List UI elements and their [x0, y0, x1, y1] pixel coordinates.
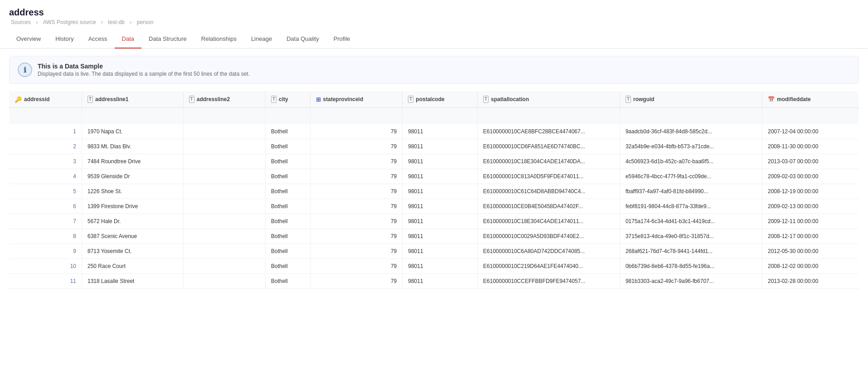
col-header-modifieddate: 📅 modifieddate — [762, 91, 859, 108]
col-header-addressline2: T addressline2 — [183, 91, 265, 108]
table-cell[interactable]: 7 — [9, 214, 82, 229]
breadcrumb-sources[interactable]: Sources — [11, 19, 31, 25]
table-body: 11970 Napa Ct.Bothell7998011E6100000010C… — [9, 124, 859, 289]
calendar-icon: 📅 — [768, 96, 775, 102]
tab-overview[interactable]: Overview — [9, 30, 48, 49]
table-cell[interactable]: 11 — [9, 273, 82, 288]
col-label-addressline2: addressline2 — [197, 96, 230, 102]
table-cell: 981b3303-aca2-49c7-9a96-fb6707... — [620, 273, 762, 288]
text-type-icon-3: T — [271, 96, 276, 103]
table-cell[interactable]: 10 — [9, 258, 82, 273]
table-row: 111318 Lasalle StreetBothell7998011E6100… — [9, 273, 859, 288]
col-header-spatiallocation: T spatiallocation — [477, 91, 620, 108]
table-cell: Bothell — [265, 154, 310, 169]
table-cell: Bothell — [265, 199, 310, 214]
table-cell: 2013-02-28 00:00:00 — [762, 273, 859, 288]
table-cell[interactable]: 9 — [9, 244, 82, 258]
table-cell — [183, 124, 265, 139]
table-row: 86387 Scenic AvenueBothell7998011E610000… — [9, 229, 859, 244]
filter-row — [9, 108, 859, 124]
tab-relationships[interactable]: Relationships — [194, 30, 244, 49]
table-cell: 79 — [310, 184, 402, 199]
tab-access[interactable]: Access — [81, 30, 115, 49]
table-cell — [183, 154, 265, 169]
table-cell: E6100000010C18E304C4ADE14740DA... — [477, 154, 620, 169]
table-cell: 2013-03-07 00:00:00 — [762, 154, 859, 169]
table-cell: Bothell — [265, 258, 310, 273]
tab-data-quality[interactable]: Data Quality — [279, 30, 326, 49]
tab-data[interactable]: Data — [115, 30, 141, 49]
table-cell: 250 Race Court — [82, 258, 183, 273]
table-cell: E6100000010C61C64D8ABBD94740C4... — [477, 184, 620, 199]
table-cell: 98011 — [402, 258, 478, 273]
table-cell: Bothell — [265, 273, 310, 288]
breadcrumb-person[interactable]: person — [137, 19, 154, 25]
table-cell: 98011 — [402, 229, 478, 244]
col-label-modifieddate: modifieddate — [777, 96, 811, 102]
table-cell — [183, 169, 265, 184]
table-cell[interactable]: 3 — [9, 154, 82, 169]
table-cell: 2009-02-13 00:00:00 — [762, 199, 859, 214]
table-cell: E6100000010CE0B4E50458DA47402F... — [477, 199, 620, 214]
table-cell: 2007-12-04 00:00:00 — [762, 124, 859, 139]
table-cell — [183, 139, 265, 154]
table-cell[interactable]: 1 — [9, 124, 82, 139]
table-cell: 2012-05-30 00:00:00 — [762, 244, 859, 258]
col-header-addressid: 🔑 addressid — [9, 91, 82, 108]
info-banner: ℹ This is a Data Sample Displayed data i… — [9, 56, 859, 84]
table-cell — [183, 214, 265, 229]
col-label-city: city — [279, 96, 288, 102]
table-cell — [183, 229, 265, 244]
table-cell: 2009-12-11 00:00:00 — [762, 214, 859, 229]
table-cell: 98011 — [402, 169, 478, 184]
breadcrumb-testdb[interactable]: test-db — [108, 19, 125, 25]
table-cell: 98011 — [402, 154, 478, 169]
table-cell — [183, 199, 265, 214]
tab-data-structure[interactable]: Data Structure — [141, 30, 194, 49]
table-cell: 79 — [310, 199, 402, 214]
col-label-addressid: addressid — [24, 96, 50, 102]
table-cell: 79 — [310, 244, 402, 258]
info-icon: ℹ — [18, 63, 32, 77]
tab-lineage[interactable]: Lineage — [244, 30, 279, 49]
table-header-row: 🔑 addressid T addressline1 T addressline… — [9, 91, 859, 108]
table-cell: 9539 Glenside Dr — [82, 169, 183, 184]
table-row: 10250 Race CourtBothell7998011E610000001… — [9, 258, 859, 273]
table-cell[interactable]: 5 — [9, 184, 82, 199]
banner-title: This is a Data Sample — [38, 63, 250, 70]
table-cell[interactable]: 4 — [9, 169, 82, 184]
table-cell: 79 — [310, 169, 402, 184]
tab-profile[interactable]: Profile — [326, 30, 358, 49]
table-row: 37484 Roundtree DriveBothell7998011E6100… — [9, 154, 859, 169]
table-cell[interactable]: 8 — [9, 229, 82, 244]
table-cell: 79 — [310, 154, 402, 169]
table-cell[interactable]: 6 — [9, 199, 82, 214]
table-row: 29833 Mt. Dias Blv.Bothell7998011E610000… — [9, 139, 859, 154]
col-label-postalcode: postalcode — [416, 96, 444, 102]
table-cell: 32a54b9e-e034-4bfb-b573-a71cde... — [620, 139, 762, 154]
page-header: address Sources › AWS Postgres source › … — [0, 0, 868, 25]
table-cell: Bothell — [265, 139, 310, 154]
tab-history[interactable]: History — [48, 30, 81, 49]
info-symbol: ℹ — [24, 66, 26, 74]
table-cell: 2009-02-03 00:00:00 — [762, 169, 859, 184]
text-type-icon-6: T — [626, 96, 631, 103]
table-cell: 0175a174-6c34-4d41-b3c1-4419cd... — [620, 214, 762, 229]
table-cell — [183, 244, 265, 258]
text-type-icon-2: T — [189, 96, 194, 103]
col-label-rowguid: rowguid — [633, 96, 655, 102]
table-cell: 98011 — [402, 244, 478, 258]
col-label-addressline1: addressline1 — [95, 96, 128, 102]
data-table-container: 🔑 addressid T addressline1 T addressline… — [0, 91, 868, 289]
col-header-postalcode: T postalcode — [402, 91, 478, 108]
breadcrumb-aws[interactable]: AWS Postgres source — [43, 19, 96, 25]
table-cell[interactable]: 2 — [9, 139, 82, 154]
table-row: 51226 Shoe St.Bothell7998011E6100000010C… — [9, 184, 859, 199]
table-cell: E6100000010CD6FA851AE6D74740BC... — [477, 139, 620, 154]
table-cell — [183, 273, 265, 288]
table-cell: 98011 — [402, 273, 478, 288]
col-header-stateprovinceid: ⊞ stateprovinceid — [310, 91, 402, 108]
col-label-stateprovinceid: stateprovinceid — [323, 96, 364, 102]
table-row: 98713 Yosemite Ct.Bothell7998011E6100000… — [9, 244, 859, 258]
table-cell: 8713 Yosemite Ct. — [82, 244, 183, 258]
